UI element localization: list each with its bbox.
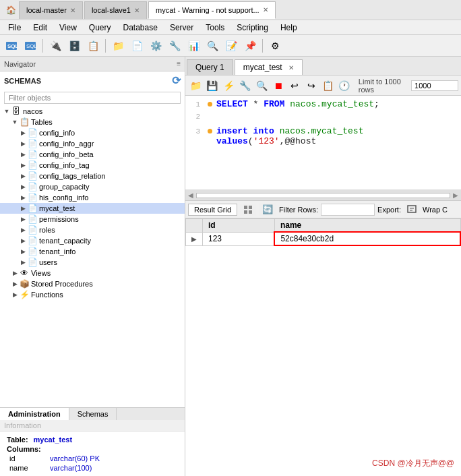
toolbar-btn5[interactable]: 📁 — [109, 38, 127, 54]
format-btn[interactable]: 📋 — [320, 78, 335, 94]
tab-schemas[interactable]: Schemas — [69, 408, 117, 420]
explain-btn[interactable]: 🔍 — [254, 78, 269, 94]
stop-btn[interactable]: ⏹ — [270, 78, 285, 94]
expand-arrow[interactable]: ▶ — [19, 151, 27, 158]
cell-name[interactable]: 52c84e30cb2d — [274, 232, 460, 245]
tree-tenant-capacity[interactable]: ▶ 📄 tenant_capacity — [0, 235, 185, 246]
expand-arrow[interactable]: ▶ — [19, 129, 27, 136]
run-btn[interactable]: ⚡ — [221, 78, 236, 94]
tree-config-info-tag[interactable]: ▶ 📄 config_info_tag — [0, 160, 185, 171]
tab-local-slave1[interactable]: local-slave1 ✕ — [84, 1, 147, 19]
tree-config-info-aggr[interactable]: ▶ 📄 config_info_aggr — [0, 138, 185, 149]
tree-tenant-info[interactable]: ▶ 📄 tenant_info — [0, 246, 185, 257]
toolbar-btn-sql[interactable]: SQL — [3, 38, 20, 54]
expand-arrow[interactable]: ▶ — [19, 173, 27, 179]
expand-arrow[interactable]: ▶ — [19, 259, 27, 266]
home-icon[interactable]: 🏠 — [3, 2, 19, 18]
toolbar-btn8[interactable]: 🔧 — [166, 38, 183, 54]
expand-arrow[interactable]: ▶ — [19, 194, 27, 201]
filter-rows-input[interactable] — [321, 204, 375, 216]
tree-users[interactable]: ▶ 📄 users — [0, 257, 185, 268]
col-header-id[interactable]: id — [203, 219, 275, 233]
menu-database[interactable]: Database — [118, 22, 163, 34]
expand-arrow[interactable]: ▶ — [11, 291, 19, 298]
menu-tools[interactable]: Tools — [200, 22, 230, 34]
scroll-bar-area[interactable]: ◀ ▶ — [185, 190, 461, 201]
tree-config-info-beta[interactable]: ▶ 📄 config_info_beta — [0, 149, 185, 160]
add-schema-icon[interactable]: ⟳ — [172, 74, 181, 87]
open-file-btn[interactable]: 📁 — [188, 78, 203, 94]
tree-mycat-test[interactable]: ▶ 📄 mycat_test — [0, 203, 185, 214]
history-btn[interactable]: 🕐 — [336, 78, 351, 94]
undo-btn[interactable]: ↩ — [287, 78, 302, 94]
toolbar-btn-sql2[interactable]: SQL — [22, 38, 39, 54]
filter-input[interactable] — [4, 92, 181, 104]
expand-arrow[interactable]: ▶ — [19, 183, 27, 190]
toolbar-connect[interactable]: 🔌 — [47, 38, 64, 54]
col-header-name[interactable]: name — [274, 219, 460, 233]
limit-input[interactable] — [411, 80, 458, 91]
menu-view[interactable]: View — [54, 22, 82, 34]
menu-server[interactable]: Server — [164, 22, 199, 34]
tab-query1[interactable]: Query 1 — [187, 59, 233, 75]
redo-btn[interactable]: ↪ — [303, 78, 318, 94]
toolbar-btn9[interactable]: 📊 — [185, 38, 202, 54]
expand-arrow[interactable]: ▶ — [11, 280, 19, 287]
schema-icon: 🗄 — [11, 107, 22, 116]
tab-local-master[interactable]: local-master ✕ — [19, 1, 83, 19]
tab-administration[interactable]: Administration — [0, 408, 69, 420]
expand-arrow[interactable]: ▶ — [19, 248, 27, 255]
menu-edit[interactable]: Edit — [28, 22, 53, 34]
expand-arrow[interactable]: ▶ — [19, 140, 27, 147]
expand-arrow[interactable]: ▶ — [19, 216, 27, 222]
tree-functions[interactable]: ▶ ⚡ Functions — [0, 289, 185, 300]
tree-tables[interactable]: ▼ 📋 Tables — [0, 117, 185, 127]
close-icon[interactable]: ✕ — [263, 6, 268, 13]
close-icon[interactable]: ✕ — [70, 7, 75, 14]
expand-arrow[interactable]: ▼ — [3, 108, 11, 115]
grid-icon-btn[interactable] — [240, 204, 256, 216]
menu-query[interactable]: Query — [84, 22, 117, 34]
expand-arrow[interactable]: ▶ — [19, 227, 27, 233]
tree-stored-procedures[interactable]: ▶ 📦 Stored Procedures — [0, 278, 185, 289]
tree-nacos[interactable]: ▼ 🗄 nacos — [0, 106, 185, 117]
tab-mycat-test[interactable]: mycat_test ✕ — [235, 59, 303, 75]
run-selection-btn[interactable]: 🔧 — [237, 78, 252, 94]
toolbar-settings[interactable]: ⚙ — [266, 38, 284, 54]
refresh-btn[interactable]: 🔄 — [259, 203, 276, 216]
toolbar-btn7[interactable]: ⚙️ — [147, 38, 164, 54]
expand-arrow[interactable]: ▶ — [19, 205, 27, 212]
toolbar-btn11[interactable]: 📝 — [222, 38, 240, 54]
code-editor[interactable]: 1 SELECT * FROM nacos.mycat_test; 2 3 in… — [185, 96, 461, 190]
cell-id[interactable]: 123 — [203, 232, 275, 245]
menu-help[interactable]: Help — [275, 22, 303, 34]
result-tab-label: Result Grid — [194, 206, 231, 214]
toolbar-btn6[interactable]: 📄 — [128, 38, 146, 54]
table-row[interactable]: ▶ 123 52c84e30cb2d — [186, 232, 461, 245]
navigator-menu-icon[interactable]: ≡ — [177, 60, 181, 67]
tree-his-config-info[interactable]: ▶ 📄 his_config_info — [0, 192, 185, 203]
tree-config-tags-relation[interactable]: ▶ 📄 config_tags_relation — [0, 171, 185, 181]
toolbar-table[interactable]: 📋 — [84, 38, 102, 54]
menu-file[interactable]: File — [3, 22, 26, 34]
tree-roles[interactable]: ▶ 📄 roles — [0, 225, 185, 235]
expand-arrow[interactable]: ▶ — [11, 270, 19, 276]
tree-config-info[interactable]: ▶ 📄 config_info — [0, 127, 185, 138]
close-icon[interactable]: ✕ — [288, 64, 294, 71]
result-grid-tab[interactable]: Result Grid — [188, 204, 237, 216]
expand-arrow[interactable]: ▶ — [19, 162, 27, 169]
expand-arrow[interactable]: ▶ — [19, 237, 27, 244]
toolbar-btn12[interactable]: 📌 — [241, 38, 259, 54]
expand-arrow[interactable]: ▼ — [11, 119, 19, 125]
close-icon[interactable]: ✕ — [134, 7, 140, 14]
tree-group-capacity[interactable]: ▶ 📄 group_capacity — [0, 181, 185, 192]
export-label: Export: — [377, 206, 401, 214]
tree-permissions[interactable]: ▶ 📄 permissions — [0, 214, 185, 225]
tab-mycat[interactable]: mycat - Warning - not support... ✕ — [148, 1, 276, 19]
tree-views[interactable]: ▶ 👁 Views — [0, 268, 185, 278]
toolbar-btn10[interactable]: 🔍 — [204, 38, 221, 54]
menu-scripting[interactable]: Scripting — [231, 22, 274, 34]
export-btn[interactable] — [404, 204, 420, 216]
save-btn[interactable]: 💾 — [204, 78, 219, 94]
toolbar-db[interactable]: 🗄️ — [65, 38, 83, 54]
